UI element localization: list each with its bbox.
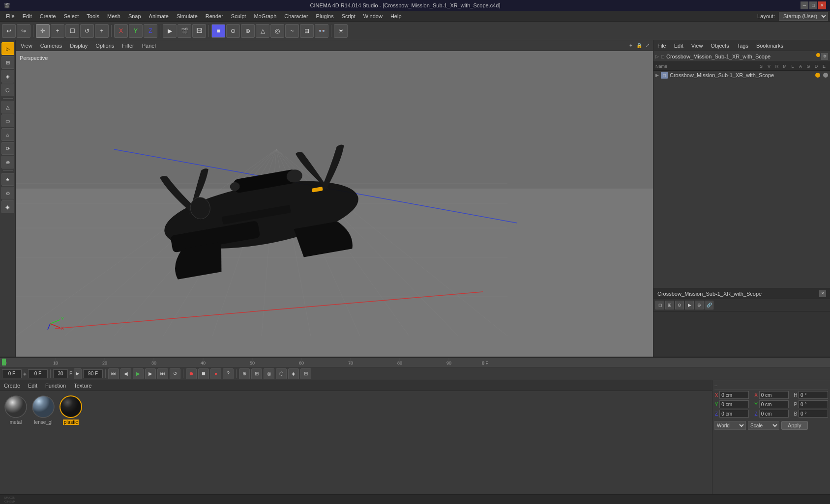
render-button[interactable]: ▶: [163, 24, 177, 38]
menu-select[interactable]: Select: [60, 12, 83, 20]
key-mode-button[interactable]: ⊕: [239, 368, 250, 379]
render-region-button[interactable]: 🎬: [178, 24, 191, 38]
play-button[interactable]: ▶: [133, 368, 144, 379]
light-button[interactable]: ☀: [334, 24, 348, 38]
x-axis-button[interactable]: X: [114, 24, 128, 38]
record-button[interactable]: ⏺: [186, 368, 197, 379]
step-forward-button[interactable]: ▶: [145, 368, 156, 379]
transform-mode-select[interactable]: Scale Rotate Move: [748, 421, 779, 430]
props-icon-btn-3[interactable]: ⊙: [675, 301, 684, 309]
viewport-options-menu[interactable]: Options: [92, 42, 117, 49]
menu-create[interactable]: Create: [36, 12, 60, 20]
model-mode-button[interactable]: ▷: [1, 42, 14, 55]
props-icon-btn-5[interactable]: ⊕: [695, 301, 704, 309]
x-position-input[interactable]: [719, 391, 749, 399]
y-size-input[interactable]: [759, 400, 789, 408]
texture-mode-button[interactable]: ⊞: [1, 56, 14, 69]
om-file-menu[interactable]: File: [655, 42, 668, 49]
smooth-button[interactable]: ⊙: [1, 187, 14, 199]
menu-help[interactable]: Help: [386, 12, 406, 20]
knife-button[interactable]: ★: [1, 173, 14, 186]
mat-edit-menu[interactable]: Edit: [26, 382, 39, 389]
mat-create-menu[interactable]: Create: [2, 382, 22, 389]
timeline-ruler[interactable]: 0 10 20 30 40 50 60 70 80 90 0 F: [0, 358, 830, 367]
apply-button[interactable]: Apply: [781, 421, 808, 430]
coord-system-select[interactable]: World Local Screen: [714, 421, 746, 430]
prim-sphere-button[interactable]: ⊙: [226, 24, 240, 38]
object-visibility-dot[interactable]: [815, 73, 820, 78]
prim-disc-button[interactable]: ◎: [270, 24, 284, 38]
om-tags-menu[interactable]: Tags: [735, 42, 750, 49]
move-tool-button[interactable]: ✛: [36, 24, 50, 38]
prim-landscape-button[interactable]: ⊟: [300, 24, 314, 38]
h-input[interactable]: [799, 391, 828, 399]
y-position-input[interactable]: [719, 400, 749, 408]
menu-file[interactable]: File: [2, 12, 19, 20]
prim-cone-button[interactable]: △: [256, 24, 269, 38]
menu-animate[interactable]: Animate: [145, 12, 173, 20]
undo-button[interactable]: ↩: [2, 24, 16, 38]
rotate3d-button[interactable]: ⟳: [1, 142, 14, 155]
goto-end-button[interactable]: ⏭: [157, 368, 168, 379]
props-icon-btn-4[interactable]: ▶: [685, 301, 694, 309]
mat-function-menu[interactable]: Function: [43, 382, 68, 389]
fcurve-mode-button[interactable]: ◎: [264, 368, 274, 379]
layout-select[interactable]: Startup (User): [779, 12, 828, 21]
current-frame-input[interactable]: [2, 369, 22, 378]
viewport-display-menu[interactable]: Display: [67, 42, 90, 49]
menu-snap[interactable]: Snap: [124, 12, 145, 20]
step-back-button[interactable]: ◀: [120, 368, 131, 379]
viewport-canvas[interactable]: Y X Perspective: [16, 51, 653, 357]
menu-plugins[interactable]: Plugins: [312, 12, 338, 20]
viewport-view-menu[interactable]: View: [18, 42, 35, 49]
prim-cyl-button[interactable]: ⊕: [241, 24, 255, 38]
viewport-filter-menu[interactable]: Filter: [119, 42, 137, 49]
polygon-mode-button[interactable]: ⬡: [1, 84, 14, 96]
z-position-input[interactable]: [719, 410, 749, 418]
menu-script[interactable]: Script: [338, 12, 359, 20]
z-size-input[interactable]: [759, 410, 789, 418]
camera-button[interactable]: ⌂: [1, 128, 14, 141]
menu-window[interactable]: Window: [359, 12, 386, 20]
auto-key-button[interactable]: ?: [223, 368, 234, 379]
viewport-fit-icon[interactable]: +: [627, 42, 634, 49]
stop-button[interactable]: ⏹: [198, 368, 209, 379]
paint-button[interactable]: ◉: [1, 200, 14, 213]
null-button[interactable]: ▭: [1, 114, 14, 127]
material-item-lense[interactable]: lense_gl: [31, 395, 55, 425]
om-settings-btn[interactable]: ⚙: [821, 53, 828, 60]
viewport-fullscreen-icon[interactable]: ⤢: [644, 42, 651, 49]
props-icon-btn-6[interactable]: 🔗: [705, 301, 713, 309]
close-button[interactable]: ✕: [818, 1, 826, 9]
om-view-menu[interactable]: View: [689, 42, 705, 49]
om-edit-menu[interactable]: Edit: [672, 42, 685, 49]
menu-character[interactable]: Character: [280, 12, 312, 20]
mat-texture-menu[interactable]: Texture: [72, 382, 93, 389]
menu-tools[interactable]: Tools: [83, 12, 103, 20]
loop-button[interactable]: ↺: [170, 368, 180, 379]
object-render-dot[interactable]: [823, 73, 828, 78]
stereo-button[interactable]: 👓: [315, 24, 328, 38]
prim-other-button[interactable]: ~: [285, 24, 299, 38]
object-tool-button[interactable]: △: [1, 101, 14, 113]
minimize-button[interactable]: ─: [800, 1, 808, 9]
z-axis-button[interactable]: Z: [144, 24, 157, 38]
props-icon-btn-1[interactable]: ◻: [655, 301, 664, 309]
frame-input-2[interactable]: [28, 369, 48, 378]
fps-toggle[interactable]: ▶: [74, 368, 82, 379]
timeline-playhead[interactable]: [2, 359, 6, 365]
viewport-lock-icon[interactable]: 🔒: [636, 42, 643, 49]
menu-simulate[interactable]: Simulate: [173, 12, 202, 20]
y-axis-button[interactable]: Y: [129, 24, 143, 38]
square-button[interactable]: ☐: [65, 24, 79, 38]
menu-edit[interactable]: Edit: [19, 12, 36, 20]
menu-sculpt[interactable]: Sculpt: [227, 12, 250, 20]
timeline-props-button[interactable]: ◈: [288, 368, 299, 379]
redo-button[interactable]: ↪: [17, 24, 30, 38]
record-key-button[interactable]: ●: [210, 368, 221, 379]
b-input[interactable]: [799, 410, 828, 418]
fps-input[interactable]: [53, 369, 68, 378]
props-icon-btn-2[interactable]: ⊞: [665, 301, 674, 309]
x-size-input[interactable]: [759, 391, 789, 399]
menu-mesh[interactable]: Mesh: [103, 12, 124, 20]
